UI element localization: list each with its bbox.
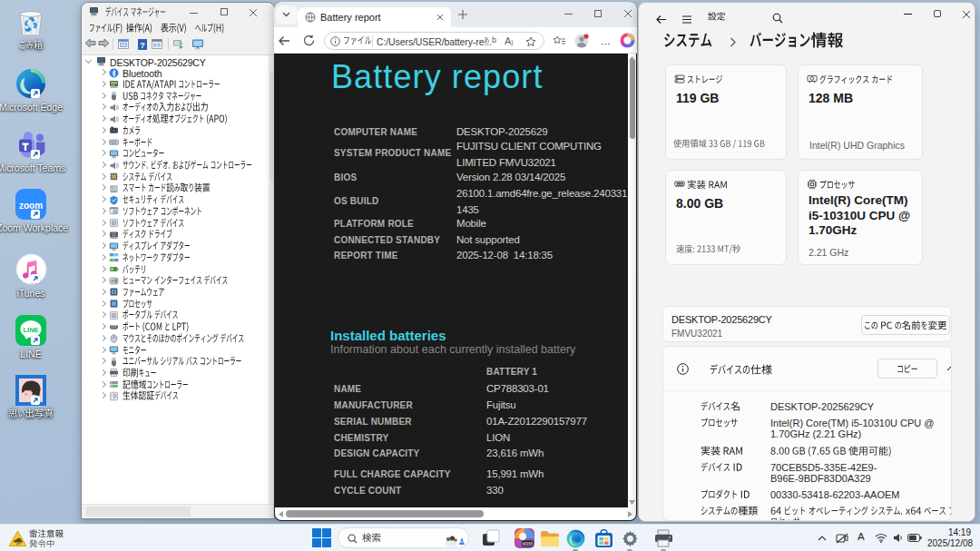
svg-text:?: ? — [140, 40, 145, 49]
svg-text:zoom: zoom — [19, 201, 43, 211]
svg-text:M365: M365 — [523, 542, 534, 546]
svg-text:LINE: LINE — [24, 326, 39, 334]
